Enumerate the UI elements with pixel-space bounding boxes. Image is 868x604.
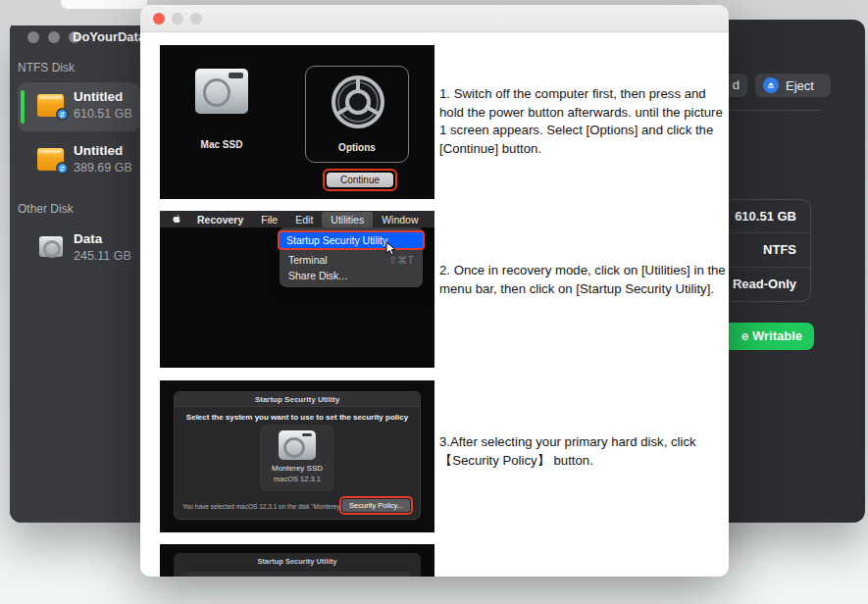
security-policy-button: Security Policy... xyxy=(342,499,410,512)
mac-ssd-label: Mac SSD xyxy=(178,139,266,150)
menu-edit: Edit xyxy=(286,212,322,227)
close-button[interactable] xyxy=(27,31,39,43)
close-button[interactable] xyxy=(153,13,165,25)
disk-name: Untitled xyxy=(74,143,123,158)
eject-icon xyxy=(763,77,779,93)
sidebar-item-untitled-1[interactable]: Untitled 610.51 GB xyxy=(18,82,140,131)
menu-utilities: Utilities xyxy=(322,212,373,227)
app-title: DoYourData xyxy=(73,29,140,44)
external-disk-icon xyxy=(37,94,64,117)
ssu-window-partial: Startup Security Utility xyxy=(174,553,421,577)
ssu-disk-name: Monterey SSD xyxy=(260,464,334,473)
internal-disk-icon xyxy=(39,236,63,257)
menu-item-terminal: Terminal ⇧⌘T xyxy=(280,252,423,268)
dialog-titlebar[interactable] xyxy=(140,5,729,32)
apple-logo-icon xyxy=(160,214,188,225)
ntfs-badge-icon xyxy=(56,108,69,121)
ssu-window: Startup Security Utility Select the syst… xyxy=(174,391,421,520)
ssu-os-version: macOS 12.3.1 xyxy=(260,475,334,483)
ssu-policy-panel-partial xyxy=(183,572,411,577)
monterey-ssd-icon xyxy=(279,430,316,460)
utilities-dropdown: Startup Security Utility Terminal ⇧⌘T Sh… xyxy=(280,227,423,287)
step-2-text: 2. Once in recovery mode, click on [Util… xyxy=(439,262,728,298)
eject-button[interactable]: Eject xyxy=(755,74,831,97)
ssu-selection-note: You have selected macOS 12.3.1 on the di… xyxy=(182,503,357,510)
step-1-text: 1. Switch off the computer first, then p… xyxy=(439,85,728,159)
menu-item-startup-security-utility: Startup Security Utility xyxy=(278,230,425,250)
ssu-selected-disk: Monterey SSD macOS 12.3.1 xyxy=(260,425,334,491)
minimize-button xyxy=(172,13,183,25)
disk-size: 389.69 GB xyxy=(74,161,132,175)
screenshot-security-policy-partial: Startup Security Utility xyxy=(160,544,434,577)
guide-dialog: Mac SSD Options Continue 1. Switch xyxy=(140,5,729,577)
continue-button: Continue xyxy=(327,173,393,187)
background-window-edge xyxy=(61,0,147,9)
mouse-cursor-icon xyxy=(385,241,397,256)
step-3-text: 3.After selecting your primary hard disk… xyxy=(439,433,728,470)
selected-indicator xyxy=(21,90,25,124)
security-policy-highlight-box: Security Policy... xyxy=(339,496,413,515)
recovery-menubar: Recovery File Edit Utilities Window xyxy=(160,211,434,227)
screenshot-boot-options: Mac SSD Options Continue xyxy=(160,45,434,199)
screenshot-startup-security-utility: Startup Security Utility Select the syst… xyxy=(160,380,434,532)
dialog-window-controls xyxy=(153,13,202,25)
guide-content: Mac SSD Options Continue 1. Switch xyxy=(140,32,729,577)
disk-size: 245.11 GB xyxy=(74,249,131,263)
menu-item-share-disk: Share Disk... xyxy=(280,268,423,283)
continue-highlight-box: Continue xyxy=(323,169,397,191)
disk-size: 610.51 GB xyxy=(74,107,132,121)
mac-ssd-icon xyxy=(195,69,248,114)
ssu-title: Startup Security Utility xyxy=(175,392,420,407)
external-disk-icon xyxy=(37,148,64,171)
screenshot-recovery-menu: Recovery File Edit Utilities Window Star… xyxy=(160,211,434,368)
disk-name: Data xyxy=(74,231,102,246)
sidebar-item-untitled-2[interactable]: Untitled 389.69 GB xyxy=(18,139,140,184)
ssu-title: Startup Security Utility xyxy=(174,553,421,566)
eject-label: Eject xyxy=(786,78,814,93)
options-tile: Options xyxy=(305,66,409,163)
section-label-other-disk: Other Disk xyxy=(18,202,74,216)
sidebar: DoYourData NTFS Disk Untitled 610.51 GB … xyxy=(10,20,140,523)
zoom-button xyxy=(190,13,202,25)
ssu-prompt: Select the system you want to use to set… xyxy=(175,413,420,422)
options-label: Options xyxy=(306,142,408,153)
menu-recovery: Recovery xyxy=(188,212,252,227)
gear-icon xyxy=(330,74,386,130)
sidebar-item-data[interactable]: Data 245.11 GB xyxy=(18,227,140,269)
section-label-ntfs-disk: NTFS Disk xyxy=(18,61,75,75)
menu-file: File xyxy=(252,212,286,227)
menu-window: Window xyxy=(373,212,427,227)
desktop-background-strip xyxy=(0,0,147,25)
minimize-button[interactable] xyxy=(48,31,60,43)
ntfs-badge-icon xyxy=(56,162,69,175)
disk-name: Untitled xyxy=(74,89,123,104)
